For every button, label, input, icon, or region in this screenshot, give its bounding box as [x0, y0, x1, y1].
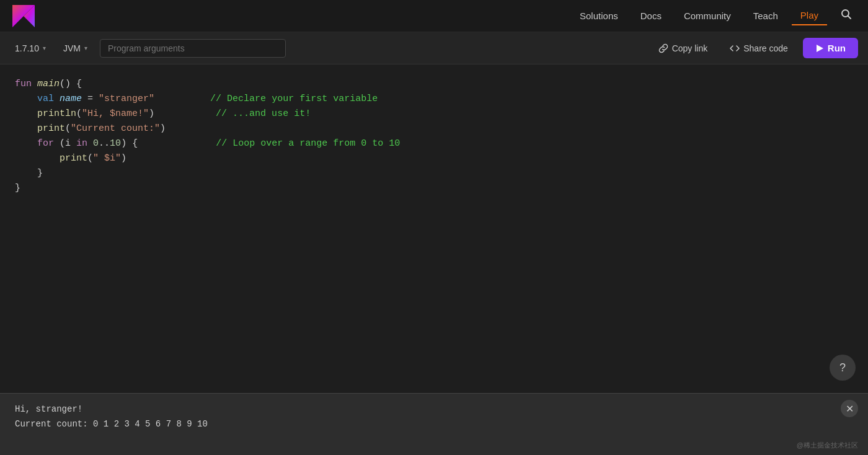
nav-links: Solutions Docs Community Teach Play — [571, 5, 856, 27]
string-stranger: "stranger" — [99, 92, 154, 107]
code-line-1: fun main () { — [15, 77, 853, 92]
run-icon — [815, 44, 824, 53]
copy-link-button[interactable]: Copy link — [651, 40, 715, 57]
code-line-7: } — [15, 166, 853, 181]
code-editor[interactable]: fun main () { val name = "stranger" // D… — [0, 64, 868, 393]
output-line-1: Hi, stranger! — [15, 402, 853, 417]
keyword-for: for — [37, 136, 54, 151]
fn-print-current: print — [37, 121, 65, 136]
navbar: Solutions Docs Community Teach Play — [0, 0, 868, 32]
run-button[interactable]: Run — [803, 38, 858, 58]
target-chevron-icon: ▾ — [84, 45, 87, 51]
share-code-label: Share code — [743, 43, 788, 53]
help-button[interactable]: ? — [830, 355, 856, 381]
keyword-val: val — [37, 92, 54, 107]
version-selector[interactable]: 1.7.10 ▾ — [10, 41, 51, 56]
code-line-8: } — [15, 181, 853, 196]
code-line-5: for (i in 0 .. 10 ) { // Loop over a ran… — [15, 136, 853, 151]
kotlin-logo-icon — [12, 5, 35, 27]
keyword-fun: fun — [15, 77, 32, 92]
string-hi: "Hi, $name!" — [82, 107, 149, 121]
code-line-4: print ( "Current count:" ) — [15, 121, 853, 136]
search-icon — [841, 9, 852, 20]
nav-play[interactable]: Play — [792, 6, 827, 25]
fn-println: println — [37, 107, 76, 121]
function-name-main: main — [37, 77, 60, 92]
nav-solutions[interactable]: Solutions — [571, 7, 627, 25]
target-selector[interactable]: JVM ▾ — [58, 41, 92, 56]
comment-declare: // Declare your first variable — [210, 92, 378, 107]
link-icon — [658, 43, 668, 53]
program-arguments-input[interactable] — [100, 39, 286, 58]
share-code-button[interactable]: Share code — [722, 40, 795, 57]
target-label: JVM — [63, 43, 81, 53]
nav-teach[interactable]: Teach — [745, 7, 787, 25]
watermark: @稀土掘金技术社区 — [797, 441, 858, 450]
nav-community[interactable]: Community — [675, 7, 740, 25]
string-dollar-i: " $i" — [93, 151, 121, 166]
version-chevron-icon: ▾ — [43, 45, 46, 51]
code-line-3: println ( "Hi, $name!" ) // ...and use i… — [15, 107, 853, 121]
comment-use: // ...and use it! — [216, 107, 311, 121]
logo — [12, 5, 35, 27]
close-output-button[interactable]: ✕ — [841, 400, 858, 417]
range-end: 10 — [110, 136, 121, 151]
help-icon: ? — [839, 361, 846, 374]
range-start: 0 — [93, 136, 99, 151]
code-line-6: print ( " $i" ) — [15, 151, 853, 166]
output-panel: Hi, stranger! Current count: 0 1 2 3 4 5… — [0, 393, 868, 455]
svg-line-3 — [848, 16, 851, 19]
keyword-in: in — [76, 136, 87, 151]
search-button[interactable] — [837, 5, 856, 27]
svg-marker-4 — [817, 45, 823, 52]
string-current-count: "Current count:" — [71, 121, 160, 136]
fn-print-i: print — [60, 151, 87, 166]
version-label: 1.7.10 — [15, 43, 39, 53]
run-label: Run — [828, 43, 846, 53]
comment-loop: // Loop over a range from 0 to 10 — [216, 136, 400, 151]
toolbar: 1.7.10 ▾ JVM ▾ Copy link Share code Run — [0, 32, 868, 64]
var-name: name — [60, 92, 82, 107]
copy-link-label: Copy link — [672, 43, 708, 53]
code-line-2: val name = "stranger" // Declare your fi… — [15, 92, 853, 107]
output-line-2: Current count: 0 1 2 3 4 5 6 7 8 9 10 — [15, 417, 853, 432]
nav-docs[interactable]: Docs — [632, 7, 670, 25]
code-icon — [730, 43, 740, 53]
